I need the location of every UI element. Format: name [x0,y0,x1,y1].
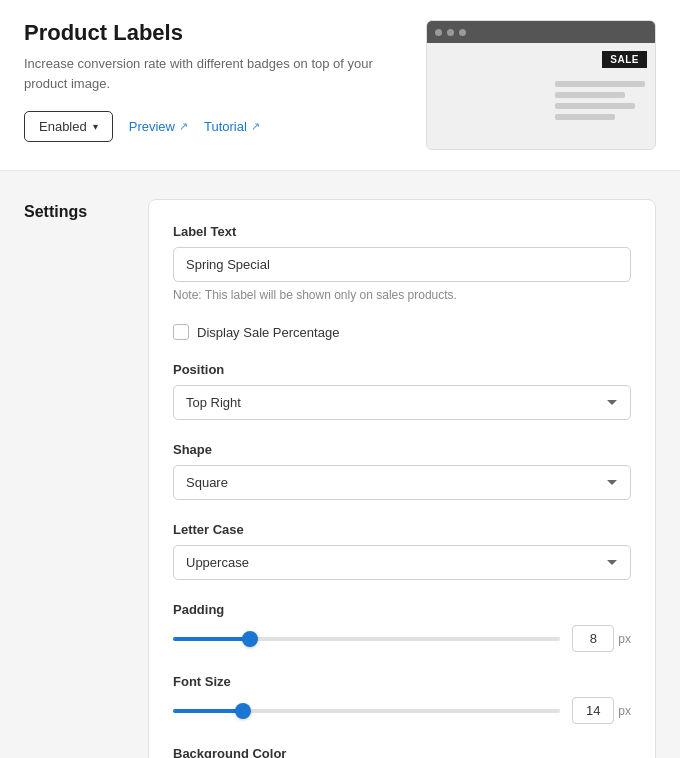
header-left: Product Labels Increase conversion rate … [24,20,404,142]
font-size-group: Font Size px [173,674,631,724]
enabled-button[interactable]: Enabled ▾ [24,111,113,142]
label-text-label: Label Text [173,224,631,239]
preview-line [555,81,645,87]
position-group: Position Top Left Top Right Bottom Left … [173,362,631,420]
label-note: Note: This label will be shown only on s… [173,288,631,302]
position-label: Position [173,362,631,377]
letter-case-label: Letter Case [173,522,631,537]
preview-body: SALE [427,43,655,149]
letter-case-select[interactable]: Uppercase Lowercase Capitalize [173,545,631,580]
padding-group: Padding px [173,602,631,652]
external-link-icon: ↗ [251,120,260,133]
padding-slider-row: px [173,625,631,652]
shape-label: Shape [173,442,631,457]
main-content: Settings Label Text Note: This label wil… [0,171,680,758]
font-size-value-input[interactable] [572,697,614,724]
font-size-slider-fill [173,709,243,713]
tutorial-label: Tutorial [204,119,247,134]
settings-section-label: Settings [24,199,124,758]
settings-panel: Label Text Note: This label will be show… [148,199,656,758]
tutorial-link[interactable]: Tutorial ↗ [204,119,260,134]
font-size-label: Font Size [173,674,631,689]
browser-dot [459,29,466,36]
padding-slider-fill [173,637,250,641]
preview-link[interactable]: Preview ↗ [129,119,188,134]
font-size-unit: px [618,704,631,718]
background-color-group: Background Color [173,746,631,758]
display-sale-percentage-label: Display Sale Percentage [197,325,339,340]
padding-value-input[interactable] [572,625,614,652]
browser-dot [447,29,454,36]
enabled-label: Enabled [39,119,87,134]
browser-bar [427,21,655,43]
font-size-slider-track[interactable] [173,709,560,713]
position-select[interactable]: Top Left Top Right Bottom Left Bottom Ri… [173,385,631,420]
header-actions: Enabled ▾ Preview ↗ Tutorial ↗ [24,111,404,142]
background-color-label: Background Color [173,746,631,758]
preview-line [555,114,615,120]
label-text-input[interactable] [173,247,631,282]
page-title: Product Labels [24,20,404,46]
shape-group: Shape Square Circle Rounded [173,442,631,500]
chevron-down-icon: ▾ [93,121,98,132]
display-sale-percentage-row: Display Sale Percentage [173,324,631,340]
padding-slider-thumb[interactable] [242,631,258,647]
page-description: Increase conversion rate with different … [24,54,404,93]
font-size-value-box: px [572,697,631,724]
padding-slider-track[interactable] [173,637,560,641]
font-size-slider-thumb[interactable] [235,703,251,719]
preview-image: SALE [426,20,656,150]
preview-lines [555,81,645,120]
sale-badge: SALE [602,51,647,68]
header-section: Product Labels Increase conversion rate … [0,0,680,171]
preview-line [555,92,625,98]
font-size-slider-row: px [173,697,631,724]
preview-line [555,103,635,109]
padding-value-box: px [572,625,631,652]
shape-select[interactable]: Square Circle Rounded [173,465,631,500]
preview-label: Preview [129,119,175,134]
letter-case-group: Letter Case Uppercase Lowercase Capitali… [173,522,631,580]
padding-label: Padding [173,602,631,617]
external-link-icon: ↗ [179,120,188,133]
browser-dot [435,29,442,36]
padding-unit: px [618,632,631,646]
label-text-group: Label Text Note: This label will be show… [173,224,631,302]
display-sale-percentage-checkbox[interactable] [173,324,189,340]
